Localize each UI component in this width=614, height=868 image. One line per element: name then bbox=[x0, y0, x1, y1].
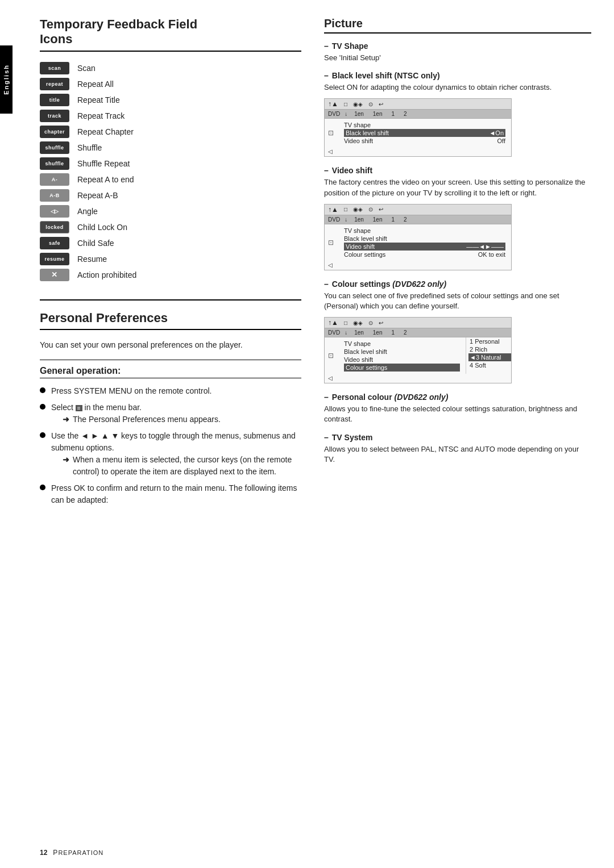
tv-menu-box-1: ↑▲ □ ◉◈ ⊙ ↩ DVD ↓ 1en 1en 1 2 bbox=[324, 98, 512, 157]
child-safe-label: Child Safe bbox=[77, 239, 114, 248]
sidebar-text: English bbox=[3, 64, 10, 95]
tv-menu-item-row: Video shift bbox=[344, 356, 460, 364]
tv-menu-item-row: Black level shift bbox=[344, 235, 505, 243]
tv-menu-row-with-options: ⊡ TV shape Black level shift Video shift… bbox=[325, 337, 511, 374]
right-column: Picture –TV Shape See 'Initial Setup' –B… bbox=[324, 17, 591, 511]
tv-menu-item-row-highlighted: Colour settings bbox=[344, 364, 460, 372]
safe-icon-badge: safe bbox=[40, 237, 69, 249]
repeat-a-end-label: Repeat A to end bbox=[77, 175, 134, 184]
list-item: ✕ Action prohibited bbox=[40, 269, 301, 281]
section-divider bbox=[40, 299, 301, 301]
repeat-title-label: Repeat Title bbox=[77, 95, 120, 105]
list-item: shuffle Shuffle bbox=[40, 141, 301, 154]
list-item: track Repeat Track bbox=[40, 110, 301, 122]
icon-list: scan Scan repeat Repeat All title Repeat… bbox=[40, 62, 301, 281]
bullet-text: Press OK to confirm and return to the ma… bbox=[51, 482, 301, 506]
tv-menu-item-row: TV shape bbox=[344, 121, 505, 129]
tv-menu-row: ⊡ TV shape Black level shift Video shift… bbox=[325, 337, 466, 374]
bullet-text: Press SYSTEM MENU on the remote control. bbox=[51, 385, 301, 397]
resume-icon-badge: resume bbox=[40, 253, 69, 265]
sub-divider bbox=[40, 360, 301, 360]
tv-menu-header: ↑▲ □ ◉◈ ⊙ ↩ bbox=[325, 205, 511, 215]
colour-settings-heading: –Colour settings (DVD622 only) bbox=[324, 279, 591, 289]
tv-menu-box-3: ↑▲ □ ◉◈ ⊙ ↩ DVD ↓ 1en 1en 1 2 bbox=[324, 317, 512, 383]
tv-menu-item-row: Black level shift bbox=[344, 348, 460, 356]
tv-menu-item-row: TV shape bbox=[344, 340, 460, 348]
title-icon-badge: title bbox=[40, 94, 69, 106]
bullet-dot bbox=[40, 485, 45, 490]
list-item: A-B Repeat A-B bbox=[40, 189, 301, 202]
action-prohibited-label: Action prohibited bbox=[77, 270, 136, 279]
personal-colour-text: Allows you to fine-tune the selected col… bbox=[324, 404, 591, 424]
repeat-chapter-label: Repeat Chapter bbox=[77, 127, 134, 136]
tv-shape-item: –TV Shape See 'Initial Setup' bbox=[324, 41, 591, 63]
sidebar-english-label: English bbox=[0, 45, 13, 114]
repeat-track-label: Repeat Track bbox=[77, 111, 125, 120]
repeat-icon-badge: repeat bbox=[40, 78, 69, 90]
black-level-item: –Black level shift (NTSC only) Select ON… bbox=[324, 71, 591, 157]
shuffle-icon-badge: shuffle bbox=[40, 141, 69, 154]
tv-menu-header: ↑▲ □ ◉◈ ⊙ ↩ bbox=[325, 99, 511, 110]
angle-label: Angle bbox=[77, 207, 98, 216]
locked-icon-badge: locked bbox=[40, 221, 69, 233]
black-level-heading: –Black level shift (NTSC only) bbox=[324, 71, 591, 80]
bullet-dot bbox=[40, 432, 45, 438]
personal-colour-item: –Personal colour (DVD622 only) Allows yo… bbox=[324, 393, 591, 424]
a-b-icon-badge: A-B bbox=[40, 189, 69, 202]
tv-menu-option-row: 2 Rich bbox=[468, 345, 511, 353]
tv-menu-options-col: 1 Personal 2 Rich ◄3 Natural 4 Soft bbox=[466, 337, 511, 374]
tv-menu-row: ⊡ TV shape Black level shift◄On Video sh… bbox=[325, 119, 511, 147]
list-item: resume Resume bbox=[40, 253, 301, 265]
general-operation-heading: General operation: bbox=[40, 366, 301, 378]
tv-menu-footer: ◁ bbox=[325, 147, 511, 156]
general-operation-list: Press SYSTEM MENU on the remote control.… bbox=[40, 385, 301, 506]
a-end-icon-badge: A- bbox=[40, 173, 69, 186]
bullet-text: Select ≡ in the menu bar. ➜ The Personal… bbox=[51, 402, 301, 425]
scan-label: Scan bbox=[77, 64, 96, 73]
angle-icon-badge: ◁▷ bbox=[40, 205, 69, 218]
shuffle-repeat-label: Shuffle Repeat bbox=[77, 159, 130, 168]
bullet-item: Select ≡ in the menu bar. ➜ The Personal… bbox=[40, 402, 301, 425]
tv-menu-footer: ◁ bbox=[325, 374, 511, 383]
footer-label: PREPARATION bbox=[53, 849, 103, 857]
tv-menu-subheader: DVD ↓ 1en 1en 1 2 bbox=[325, 328, 511, 337]
video-shift-text: The factory centres the video on your sc… bbox=[324, 177, 591, 198]
tv-menu-row: ⊡ TV shape Black level shift Video shift… bbox=[325, 224, 511, 261]
tv-menu-item-row: Colour settingsOK to exit bbox=[344, 251, 505, 258]
colour-settings-item: –Colour settings (DVD622 only) You can s… bbox=[324, 279, 591, 383]
bullet-dot bbox=[40, 404, 45, 410]
personal-colour-heading: –Personal colour (DVD622 only) bbox=[324, 393, 591, 402]
tv-menu-subheader: DVD ↓ 1en 1en 1 2 bbox=[325, 110, 511, 119]
bullet-item: Press OK to confirm and return to the ma… bbox=[40, 482, 301, 506]
list-item: safe Child Safe bbox=[40, 237, 301, 249]
list-item: A- Repeat A to end bbox=[40, 173, 301, 186]
bullet-item: Use the ◄ ► ▲ ▼ keys to toggle through t… bbox=[40, 430, 301, 478]
list-item: chapter Repeat Chapter bbox=[40, 126, 301, 138]
picture-section: Picture –TV Shape See 'Initial Setup' –B… bbox=[324, 17, 591, 465]
black-level-text: Select ON for adapting the colour dynami… bbox=[324, 82, 591, 93]
track-icon-badge: track bbox=[40, 110, 69, 122]
personal-prefs-title: Personal Preferences bbox=[40, 311, 301, 330]
colour-settings-text: You can select one of five predefined se… bbox=[324, 291, 591, 311]
bullet-dot bbox=[40, 387, 45, 393]
list-item: ◁▷ Angle bbox=[40, 205, 301, 218]
repeat-all-label: Repeat All bbox=[77, 80, 114, 89]
list-item: locked Child Lock On bbox=[40, 221, 301, 233]
tv-shape-text: See 'Initial Setup' bbox=[324, 53, 591, 63]
tv-menu-item-row-highlighted: Video shift——◄►—— bbox=[344, 243, 505, 251]
tv-menu-item-row: TV shape bbox=[344, 227, 505, 235]
video-shift-heading: –Video shift bbox=[324, 166, 591, 175]
shuffle-repeat-icon-badge: shuffle bbox=[40, 157, 69, 170]
tv-menu-header: ↑▲ □ ◉◈ ⊙ ↩ bbox=[325, 318, 511, 328]
chapter-icon-badge: chapter bbox=[40, 126, 69, 138]
tv-system-text: Allows you to select between PAL, NTSC a… bbox=[324, 444, 591, 465]
resume-label: Resume bbox=[77, 254, 107, 264]
tv-system-heading: –TV System bbox=[324, 433, 591, 442]
tv-menu-item-row: Video shiftOff bbox=[344, 137, 505, 145]
footer: 12 PREPARATION bbox=[17, 849, 614, 857]
bullet-text: Use the ◄ ► ▲ ▼ keys to toggle through t… bbox=[51, 430, 301, 478]
tv-system-item: –TV System Allows you to select between … bbox=[324, 433, 591, 465]
arrow-indent: ➜ The Personal Preferences menu appears. bbox=[63, 414, 301, 425]
tv-menu-subheader: DVD ↓ 1en 1en 1 2 bbox=[325, 215, 511, 224]
list-item: scan Scan bbox=[40, 62, 301, 74]
